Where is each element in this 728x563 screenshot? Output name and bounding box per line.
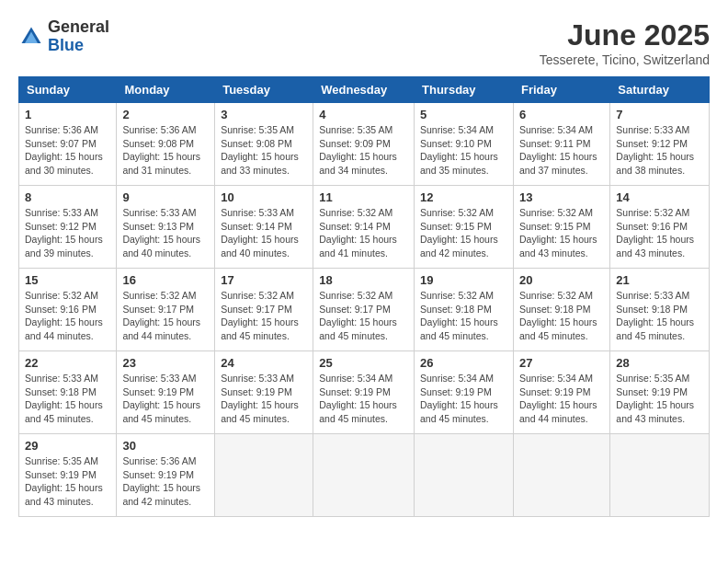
location-subtitle: Tesserete, Ticino, Switzerland [540,52,710,67]
day-number: 16 [122,273,209,287]
col-header-thursday: Thursday [415,77,514,103]
day-cell-17: 17Sunrise: 5:32 AMSunset: 9:17 PMDayligh… [215,269,313,351]
day-info: Sunrise: 5:36 AMSunset: 9:07 PMDaylight:… [25,123,110,178]
day-number: 11 [319,190,408,204]
day-cell-2: 2Sunrise: 5:36 AMSunset: 9:08 PMDaylight… [117,103,215,186]
day-info: Sunrise: 5:32 AMSunset: 9:15 PMDaylight:… [519,206,604,260]
day-cell-23: 23Sunrise: 5:33 AMSunset: 9:19 PMDayligh… [117,351,215,434]
day-number: 9 [122,190,209,204]
day-info: Sunrise: 5:32 AMSunset: 9:18 PMDaylight:… [519,289,604,343]
month-year-title: June 2025 [540,18,710,52]
day-number: 10 [221,190,307,204]
day-number: 21 [616,273,703,287]
day-number: 22 [25,356,110,370]
day-number: 8 [25,190,110,204]
week-row-2: 8Sunrise: 5:33 AMSunset: 9:12 PMDaylight… [19,186,710,269]
day-info: Sunrise: 5:33 AMSunset: 9:18 PMDaylight:… [616,289,703,343]
day-info: Sunrise: 5:35 AMSunset: 9:19 PMDaylight:… [616,372,703,426]
day-cell-16: 16Sunrise: 5:32 AMSunset: 9:17 PMDayligh… [117,269,215,351]
calendar-header-row: SundayMondayTuesdayWednesdayThursdayFrid… [19,77,710,103]
logo-icon [18,24,44,50]
day-cell-14: 14Sunrise: 5:32 AMSunset: 9:16 PMDayligh… [610,186,710,269]
day-number: 6 [519,108,604,121]
day-number: 27 [519,356,604,370]
week-row-4: 22Sunrise: 5:33 AMSunset: 9:18 PMDayligh… [19,351,710,434]
day-number: 13 [519,190,604,204]
day-cell-9: 9Sunrise: 5:33 AMSunset: 9:13 PMDaylight… [117,186,215,269]
empty-cell [415,434,514,517]
col-header-tuesday: Tuesday [215,77,313,103]
day-info: Sunrise: 5:32 AMSunset: 9:18 PMDaylight:… [420,289,507,343]
day-number: 12 [420,190,507,204]
week-row-5: 29Sunrise: 5:35 AMSunset: 9:19 PMDayligh… [19,434,710,517]
day-info: Sunrise: 5:33 AMSunset: 9:19 PMDaylight:… [122,372,209,426]
empty-cell [610,434,710,517]
col-header-saturday: Saturday [610,77,710,103]
day-number: 15 [25,273,110,287]
day-number: 25 [319,356,408,370]
day-cell-4: 4Sunrise: 5:35 AMSunset: 9:09 PMDaylight… [313,103,415,186]
day-number: 2 [122,108,209,121]
day-info: Sunrise: 5:32 AMSunset: 9:16 PMDaylight:… [616,206,703,260]
day-cell-20: 20Sunrise: 5:32 AMSunset: 9:18 PMDayligh… [513,269,609,351]
day-cell-12: 12Sunrise: 5:32 AMSunset: 9:15 PMDayligh… [415,186,514,269]
day-number: 3 [221,108,307,121]
day-number: 20 [519,273,604,287]
empty-cell [215,434,313,517]
day-number: 14 [616,190,703,204]
day-number: 4 [319,108,408,121]
logo: General Blue [18,18,109,55]
day-cell-26: 26Sunrise: 5:34 AMSunset: 9:19 PMDayligh… [415,351,514,434]
calendar-table: SundayMondayTuesdayWednesdayThursdayFrid… [18,76,710,517]
day-cell-27: 27Sunrise: 5:34 AMSunset: 9:19 PMDayligh… [513,351,609,434]
day-cell-8: 8Sunrise: 5:33 AMSunset: 9:12 PMDaylight… [19,186,117,269]
day-cell-25: 25Sunrise: 5:34 AMSunset: 9:19 PMDayligh… [313,351,415,434]
week-row-3: 15Sunrise: 5:32 AMSunset: 9:16 PMDayligh… [19,269,710,351]
day-info: Sunrise: 5:32 AMSunset: 9:15 PMDaylight:… [420,206,507,260]
day-number: 19 [420,273,507,287]
day-cell-13: 13Sunrise: 5:32 AMSunset: 9:15 PMDayligh… [513,186,609,269]
day-info: Sunrise: 5:32 AMSunset: 9:14 PMDaylight:… [319,206,408,260]
day-cell-18: 18Sunrise: 5:32 AMSunset: 9:17 PMDayligh… [313,269,415,351]
day-info: Sunrise: 5:33 AMSunset: 9:13 PMDaylight:… [122,206,209,260]
col-header-monday: Monday [117,77,215,103]
day-info: Sunrise: 5:32 AMSunset: 9:16 PMDaylight:… [25,289,110,343]
day-cell-21: 21Sunrise: 5:33 AMSunset: 9:18 PMDayligh… [610,269,710,351]
day-cell-22: 22Sunrise: 5:33 AMSunset: 9:18 PMDayligh… [19,351,117,434]
empty-cell [313,434,415,517]
logo-text: General Blue [48,18,109,55]
day-number: 26 [420,356,507,370]
day-info: Sunrise: 5:35 AMSunset: 9:09 PMDaylight:… [319,123,408,178]
col-header-sunday: Sunday [19,77,117,103]
day-cell-24: 24Sunrise: 5:33 AMSunset: 9:19 PMDayligh… [215,351,313,434]
day-info: Sunrise: 5:34 AMSunset: 9:19 PMDaylight:… [319,372,408,426]
week-row-1: 1Sunrise: 5:36 AMSunset: 9:07 PMDaylight… [19,103,710,186]
day-number: 23 [122,356,209,370]
day-number: 30 [122,439,209,453]
day-cell-10: 10Sunrise: 5:33 AMSunset: 9:14 PMDayligh… [215,186,313,269]
day-cell-11: 11Sunrise: 5:32 AMSunset: 9:14 PMDayligh… [313,186,415,269]
day-cell-1: 1Sunrise: 5:36 AMSunset: 9:07 PMDaylight… [19,103,117,186]
day-info: Sunrise: 5:33 AMSunset: 9:14 PMDaylight:… [221,206,307,260]
day-cell-19: 19Sunrise: 5:32 AMSunset: 9:18 PMDayligh… [415,269,514,351]
day-number: 1 [25,108,110,121]
day-info: Sunrise: 5:34 AMSunset: 9:19 PMDaylight:… [420,372,507,426]
day-info: Sunrise: 5:34 AMSunset: 9:10 PMDaylight:… [420,123,507,178]
day-info: Sunrise: 5:35 AMSunset: 9:19 PMDaylight:… [25,454,110,509]
col-header-wednesday: Wednesday [313,77,415,103]
day-info: Sunrise: 5:33 AMSunset: 9:12 PMDaylight:… [616,123,703,178]
logo-general: General [48,18,109,37]
day-info: Sunrise: 5:35 AMSunset: 9:08 PMDaylight:… [221,123,307,178]
day-number: 29 [25,439,110,453]
day-info: Sunrise: 5:33 AMSunset: 9:19 PMDaylight:… [221,372,307,426]
day-info: Sunrise: 5:34 AMSunset: 9:11 PMDaylight:… [519,123,604,178]
day-cell-6: 6Sunrise: 5:34 AMSunset: 9:11 PMDaylight… [513,103,609,186]
day-info: Sunrise: 5:32 AMSunset: 9:17 PMDaylight:… [221,289,307,343]
day-cell-15: 15Sunrise: 5:32 AMSunset: 9:16 PMDayligh… [19,269,117,351]
day-info: Sunrise: 5:34 AMSunset: 9:19 PMDaylight:… [519,372,604,426]
day-info: Sunrise: 5:32 AMSunset: 9:17 PMDaylight:… [319,289,408,343]
day-cell-28: 28Sunrise: 5:35 AMSunset: 9:19 PMDayligh… [610,351,710,434]
day-info: Sunrise: 5:36 AMSunset: 9:08 PMDaylight:… [122,123,209,178]
title-block: June 2025 Tesserete, Ticino, Switzerland [540,18,710,67]
day-number: 5 [420,108,507,121]
